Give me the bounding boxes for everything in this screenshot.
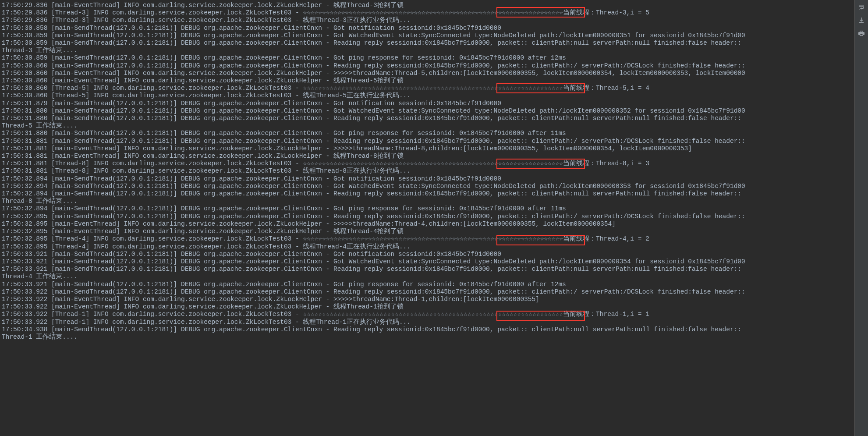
log-line: 17:50:33.922 [Thread-1] INFO com.darling… xyxy=(2,319,854,326)
log-line: 17:50:29.836 [Thread-3] INFO com.darling… xyxy=(2,17,854,24)
log-line: Thread-3 工作结束.... xyxy=(2,47,854,54)
log-line: 17:50:32.895 [Thread-4] INFO com.darling… xyxy=(2,243,854,251)
log-line: 17:50:30.859 [main-SendThread(127.0.0.1:… xyxy=(2,39,854,47)
log-line: 17:50:31.881 [Thread-8] INFO com.darling… xyxy=(2,167,854,175)
log-line: 17:50:34.938 [main-SendThread(127.0.0.1:… xyxy=(2,326,854,333)
log-line: 17:50:31.879 [main-SendThread(127.0.0.1:… xyxy=(2,100,854,107)
log-line: 17:50:30.860 [main-EventThread] INFO com… xyxy=(2,70,854,77)
log-line: 17:50:32.895 [main-EventThread] INFO com… xyxy=(2,228,854,235)
log-line: 17:50:32.894 [main-SendThread(127.0.0.1:… xyxy=(2,183,854,190)
log-line: 17:50:30.859 [main-SendThread(127.0.0.1:… xyxy=(2,32,854,39)
log-line: 17:50:29.836 [main-EventThread] INFO com… xyxy=(2,2,854,9)
log-line: 17:50:33.921 [main-SendThread(127.0.0.1:… xyxy=(2,258,854,266)
scroll-to-end-icon[interactable] xyxy=(857,16,866,25)
log-line: 17:50:33.922 [main-SendThread(127.0.0.1:… xyxy=(2,288,854,296)
log-line: 17:50:32.894 [main-SendThread(127.0.0.1:… xyxy=(2,175,854,183)
log-line: 17:50:31.880 [main-SendThread(127.0.0.1:… xyxy=(2,107,854,115)
right-gutter xyxy=(854,0,868,436)
log-line: 17:50:30.858 [main-SendThread(127.0.0.1:… xyxy=(2,25,854,32)
log-line: 17:50:30.860 [Thread-5] INFO com.darling… xyxy=(2,85,854,92)
log-line: 17:50:33.921 [main-SendThread(127.0.0.1:… xyxy=(2,281,854,288)
log-line: 17:50:31.880 [main-SendThread(127.0.0.1:… xyxy=(2,115,854,122)
log-line: Thread-4 工作结束.... xyxy=(2,273,854,280)
log-line: 17:50:32.894 [main-SendThread(127.0.0.1:… xyxy=(2,205,854,213)
console-log-area[interactable]: 17:50:29.836 [main-EventThread] INFO com… xyxy=(0,0,854,436)
log-line: 17:50:33.921 [main-SendThread(127.0.0.1:… xyxy=(2,266,854,273)
soft-wrap-icon[interactable] xyxy=(857,3,866,11)
log-line: 17:50:29.836 [Thread-3] INFO com.darling… xyxy=(2,9,854,17)
log-line: Thread-1 工作结束.... xyxy=(2,333,854,341)
log-line: 17:50:30.860 [main-SendThread(127.0.0.1:… xyxy=(2,62,854,70)
log-line: 17:50:30.859 [main-SendThread(127.0.0.1:… xyxy=(2,54,854,62)
log-line: Thread-5 工作结束.... xyxy=(2,122,854,130)
log-line: 17:50:30.860 [Thread-5] INFO com.darling… xyxy=(2,92,854,99)
log-line: 17:50:33.921 [main-SendThread(127.0.0.1:… xyxy=(2,251,854,258)
log-line: 17:50:31.881 [main-SendThread(127.0.0.1:… xyxy=(2,138,854,145)
log-line: 17:50:32.895 [main-SendThread(127.0.0.1:… xyxy=(2,213,854,220)
log-line: Thread-8 工作结束.... xyxy=(2,198,854,205)
log-line: 17:50:32.895 [main-EventThread] INFO com… xyxy=(2,220,854,228)
log-line: 17:50:32.895 [Thread-4] INFO com.darling… xyxy=(2,235,854,243)
log-line: 17:50:31.881 [Thread-8] INFO com.darling… xyxy=(2,160,854,167)
print-icon[interactable] xyxy=(857,29,866,38)
log-line: 17:50:30.860 [main-EventThread] INFO com… xyxy=(2,77,854,85)
log-line: 17:50:31.881 [main-EventThread] INFO com… xyxy=(2,145,854,152)
log-line: 17:50:33.922 [main-EventThread] INFO com… xyxy=(2,296,854,303)
log-line: 17:50:31.881 [main-EventThread] INFO com… xyxy=(2,152,854,160)
log-line: 17:50:31.880 [main-SendThread(127.0.0.1:… xyxy=(2,130,854,137)
log-line: 17:50:33.922 [main-EventThread] INFO com… xyxy=(2,303,854,311)
log-line: 17:50:33.922 [Thread-1] INFO com.darling… xyxy=(2,311,854,318)
log-line: 17:50:32.894 [main-SendThread(127.0.0.1:… xyxy=(2,190,854,198)
